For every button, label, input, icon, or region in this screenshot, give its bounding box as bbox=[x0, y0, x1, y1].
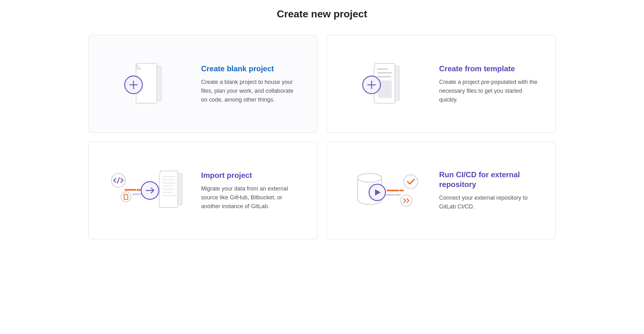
card-description: Connect your external repository to GitL… bbox=[439, 194, 538, 211]
card-title: Import project bbox=[201, 170, 300, 180]
svg-point-28 bbox=[358, 173, 382, 182]
card-title: Create blank project bbox=[201, 64, 300, 73]
card-run-cicd-external[interactable]: Run CI/CD for external repository Connec… bbox=[326, 142, 556, 239]
card-description: Create a project pre-populated with the … bbox=[439, 78, 538, 104]
card-title: Create from template bbox=[439, 64, 538, 73]
card-import-project[interactable]: Import project Migrate your data from an… bbox=[88, 142, 318, 239]
svg-point-35 bbox=[401, 195, 412, 206]
card-create-from-template[interactable]: Create from template Create a project pr… bbox=[326, 35, 556, 133]
card-description: Migrate your data from an external sourc… bbox=[201, 185, 300, 211]
cicd-icon bbox=[344, 165, 426, 216]
page-title: Create new project bbox=[6, 8, 638, 20]
card-description: Create a blank project to house your fil… bbox=[201, 78, 300, 104]
card-create-blank-project[interactable]: Create blank project Create a blank proj… bbox=[88, 35, 318, 133]
svg-point-13 bbox=[121, 192, 131, 202]
svg-point-34 bbox=[404, 175, 418, 189]
card-title: Run CI/CD for external repository bbox=[439, 170, 538, 189]
import-icon bbox=[106, 165, 188, 216]
template-icon bbox=[344, 59, 426, 109]
project-type-grid: Create blank project Create a blank proj… bbox=[88, 35, 556, 239]
blank-project-icon bbox=[106, 59, 188, 109]
